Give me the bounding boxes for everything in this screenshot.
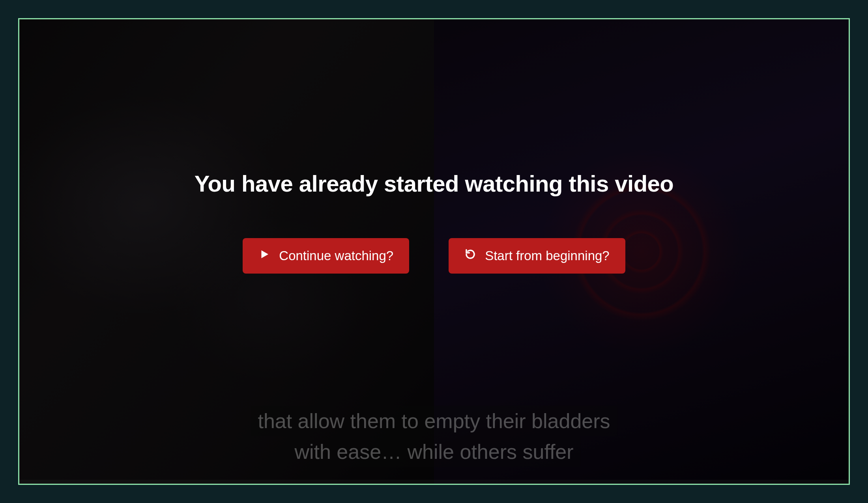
dialog-title: You have already started watching this v… (195, 170, 674, 197)
progress-bar-track[interactable] (19, 480, 849, 484)
resume-dialog: You have already started watching this v… (19, 19, 849, 484)
continue-button-label: Continue watching? (279, 248, 393, 263)
continue-watching-button[interactable]: Continue watching? (243, 238, 409, 274)
play-icon (258, 248, 270, 263)
start-from-beginning-button[interactable]: Start from beginning? (449, 238, 625, 274)
restart-icon (464, 248, 476, 263)
dialog-button-row: Continue watching? Start from beginning? (243, 238, 625, 274)
restart-button-label: Start from beginning? (485, 248, 610, 263)
video-player-frame: that allow them to empty their bladders … (18, 18, 850, 485)
